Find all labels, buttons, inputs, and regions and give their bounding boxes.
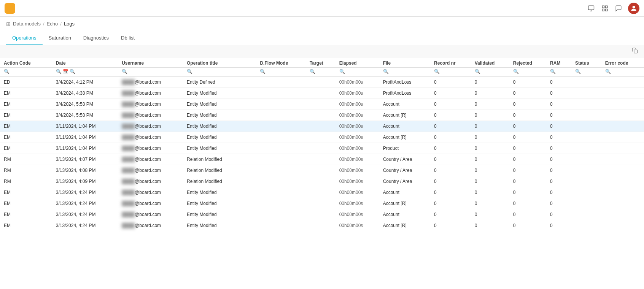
table-row: EM 3/11/2024, 1:04 PM ████@board.com Ent… — [0, 121, 644, 132]
search-icon-file: 🔍 — [383, 69, 389, 74]
search-username[interactable] — [129, 69, 159, 74]
col-action-code: Action Code — [0, 57, 52, 68]
cell-rejected: 0 — [509, 99, 546, 110]
cell-dflow-mode — [256, 143, 306, 154]
table-row: ED 3/4/2024, 4:12 PM ████@board.com Enti… — [0, 77, 644, 88]
cell-status — [571, 132, 601, 143]
calendar-icon[interactable]: 📅 — [63, 69, 68, 74]
breadcrumb: ⊞ Data models / Echo / Logs — [0, 17, 644, 31]
cell-operation-title: Entity Modified — [183, 198, 256, 209]
cell-operation-title: Relation Modified — [183, 176, 256, 187]
search-action-code[interactable] — [11, 69, 33, 74]
tabs-bar: Operations Saturation Diagnostics Db lis… — [0, 31, 644, 45]
cell-status — [571, 209, 601, 220]
cell-elapsed: 00h00m00s — [336, 143, 379, 154]
cell-action-code: EM — [0, 143, 52, 154]
cell-validated: 0 — [471, 143, 509, 154]
cell-error-code — [601, 220, 644, 231]
cell-target — [306, 88, 336, 99]
cell-target — [306, 176, 336, 187]
breadcrumb-echo[interactable]: Echo — [47, 21, 58, 27]
grid-icon[interactable] — [601, 4, 609, 13]
cell-target — [306, 154, 336, 165]
table-row: EM 3/13/2024, 4:24 PM ████@board.com Ent… — [0, 187, 644, 198]
cell-ram: 0 — [546, 143, 571, 154]
cell-validated: 0 — [471, 187, 509, 198]
cell-record-nr: 0 — [430, 176, 471, 187]
search-operation-title[interactable] — [194, 69, 232, 74]
cell-date: 3/11/2024, 1:04 PM — [52, 143, 118, 154]
cell-ram: 0 — [546, 132, 571, 143]
cell-record-nr: 0 — [430, 209, 471, 220]
cell-validated: 0 — [471, 209, 509, 220]
breadcrumb-icon: ⊞ — [6, 21, 11, 27]
cell-elapsed: 00h00m00s — [336, 110, 379, 121]
cell-elapsed: 00h00m00s — [336, 132, 379, 143]
cell-file: ProfitAndLoss — [379, 88, 430, 99]
cell-elapsed: 00h00m00s — [336, 121, 379, 132]
cell-error-code — [601, 187, 644, 198]
search-icon-status: 🔍 — [575, 69, 581, 74]
cell-error-code — [601, 209, 644, 220]
cell-error-code — [601, 88, 644, 99]
cell-elapsed: 00h00m00s — [336, 176, 379, 187]
cell-date: 3/13/2024, 4:09 PM — [52, 176, 118, 187]
cell-date: 3/11/2024, 1:04 PM — [52, 132, 118, 143]
col-elapsed: Elapsed — [336, 57, 379, 68]
monitor-icon[interactable] — [587, 4, 595, 13]
cell-file: Account — [379, 99, 430, 110]
cell-status — [571, 176, 601, 187]
cell-operation-title: Entity Modified — [183, 121, 256, 132]
chat-icon[interactable] — [614, 4, 623, 13]
cell-ram: 0 — [546, 198, 571, 209]
cell-validated: 0 — [471, 198, 509, 209]
cell-action-code: EM — [0, 187, 52, 198]
cell-rejected: 0 — [509, 154, 546, 165]
cell-file: Account [R] — [379, 110, 430, 121]
cell-target — [306, 77, 336, 88]
breadcrumb-sep-1: / — [43, 21, 45, 27]
user-avatar[interactable] — [628, 3, 639, 14]
cell-action-code: EM — [0, 99, 52, 110]
search-icon-error: 🔍 — [605, 69, 611, 74]
cell-rejected: 0 — [509, 198, 546, 209]
tab-db-list[interactable]: Db list — [115, 31, 141, 45]
breadcrumb-data-models[interactable]: Data models — [13, 21, 41, 27]
cell-date: 3/11/2024, 1:04 PM — [52, 121, 118, 132]
cell-target — [306, 121, 336, 132]
cell-operation-title: Relation Modified — [183, 165, 256, 176]
cell-operation-title: Entity Modified — [183, 187, 256, 198]
copy-icon[interactable] — [632, 48, 638, 55]
cell-record-nr: 0 — [430, 143, 471, 154]
cell-username: ████@board.com — [118, 187, 183, 198]
cell-ram: 0 — [546, 220, 571, 231]
tab-operations[interactable]: Operations — [6, 31, 43, 45]
cell-dflow-mode — [256, 187, 306, 198]
cell-elapsed: 00h00m00s — [336, 220, 379, 231]
cell-dflow-mode — [256, 132, 306, 143]
cell-action-code: EM — [0, 132, 52, 143]
header-icons — [587, 3, 639, 14]
table-row: RM 3/13/2024, 4:09 PM ████@board.com Rel… — [0, 176, 644, 187]
cell-dflow-mode — [256, 209, 306, 220]
cell-dflow-mode — [256, 77, 306, 88]
col-status: Status — [571, 57, 601, 68]
table-row: RM 3/13/2024, 4:08 PM ████@board.com Rel… — [0, 165, 644, 176]
cell-date: 3/4/2024, 5:58 PM — [52, 99, 118, 110]
cell-username: ████@board.com — [118, 88, 183, 99]
cell-file: Account — [379, 121, 430, 132]
tab-saturation[interactable]: Saturation — [43, 31, 77, 45]
warning-bar — [0, 45, 644, 57]
cell-record-nr: 0 — [430, 220, 471, 231]
cell-elapsed: 00h00m00s — [336, 88, 379, 99]
cell-validated: 0 — [471, 220, 509, 231]
col-record-nr: Record nr — [430, 57, 471, 68]
tab-diagnostics[interactable]: Diagnostics — [77, 31, 115, 45]
search-icon-date2: 🔍 — [70, 69, 75, 74]
operations-table: Action Code Date Username Operation titl… — [0, 57, 644, 231]
cell-action-code: EM — [0, 121, 52, 132]
cell-validated: 0 — [471, 110, 509, 121]
table-row: EM 3/13/2024, 4:24 PM ████@board.com Ent… — [0, 198, 644, 209]
cell-operation-title: Entity Modified — [183, 110, 256, 121]
cell-operation-title: Entity Defined — [183, 77, 256, 88]
